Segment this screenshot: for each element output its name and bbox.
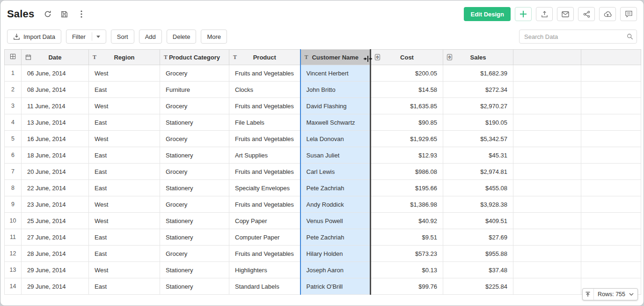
cell[interactable]: Stationery: [160, 278, 229, 295]
cell[interactable]: Furniture: [160, 82, 229, 98]
column-header-sales[interactable]: 0Sales: [443, 50, 513, 65]
cell[interactable]: [581, 262, 641, 278]
row-number[interactable]: 8: [5, 180, 22, 196]
cell[interactable]: Fruits and Vegetables: [229, 98, 300, 114]
scroll-to-top-icon[interactable]: [583, 289, 594, 300]
cell[interactable]: [581, 196, 641, 213]
row-number[interactable]: 7: [5, 164, 22, 180]
cell[interactable]: $2,974.81: [443, 164, 513, 180]
cell[interactable]: [513, 246, 581, 262]
cell[interactable]: [581, 131, 641, 147]
cell[interactable]: $37.48: [443, 262, 513, 278]
column-header-product[interactable]: TProduct: [229, 50, 300, 65]
cell[interactable]: Copy Paper: [229, 213, 300, 229]
cell[interactable]: Andy Roddick: [300, 196, 371, 213]
cell[interactable]: Venus Powell: [300, 213, 371, 229]
cell[interactable]: East: [89, 229, 160, 246]
cell[interactable]: $1,635.85: [371, 98, 443, 114]
row-number[interactable]: 12: [5, 246, 22, 262]
cell[interactable]: $27.69: [443, 229, 513, 246]
column-header-empty-7[interactable]: [513, 50, 581, 65]
cell[interactable]: Grocery: [160, 196, 229, 213]
cell[interactable]: Pete Zachriah: [300, 229, 371, 246]
cell[interactable]: Fruits and Vegetables: [229, 131, 300, 147]
cell[interactable]: Vincent Herbert: [300, 65, 371, 82]
cell[interactable]: [581, 164, 641, 180]
cell[interactable]: Stationery: [160, 229, 229, 246]
cell[interactable]: [581, 229, 641, 246]
column-header-cost[interactable]: 0Cost: [371, 50, 443, 65]
cell[interactable]: 20 June, 2014: [22, 164, 89, 180]
cell[interactable]: Fruits and Vegetables: [229, 246, 300, 262]
cell[interactable]: Carl Lewis: [300, 164, 371, 180]
rows-count-badge[interactable]: Rows: 755: [582, 288, 638, 300]
cell[interactable]: [513, 164, 581, 180]
cell[interactable]: Pete Zachriah: [300, 180, 371, 196]
cell[interactable]: 28 June, 2014: [22, 246, 89, 262]
cell[interactable]: [513, 98, 581, 114]
cell[interactable]: East: [89, 278, 160, 295]
cell[interactable]: Computer Paper: [229, 229, 300, 246]
cell[interactable]: $190.05: [443, 114, 513, 131]
cell[interactable]: Highlighters: [229, 262, 300, 278]
cell[interactable]: $90.85: [371, 114, 443, 131]
cell[interactable]: East: [89, 82, 160, 98]
cell[interactable]: Stationery: [160, 114, 229, 131]
cell[interactable]: 22 June, 2014: [22, 180, 89, 196]
cell[interactable]: West: [89, 213, 160, 229]
cell[interactable]: [581, 98, 641, 114]
column-header-region[interactable]: TRegion: [89, 50, 160, 65]
save-icon[interactable]: [59, 8, 70, 20]
cell[interactable]: East: [89, 114, 160, 131]
cell[interactable]: [513, 278, 581, 295]
row-number[interactable]: 11: [5, 229, 22, 246]
cell[interactable]: [513, 262, 581, 278]
share-button[interactable]: [578, 7, 595, 21]
cell[interactable]: $409.51: [443, 213, 513, 229]
row-number[interactable]: 10: [5, 213, 22, 229]
cell[interactable]: [581, 114, 641, 131]
cell[interactable]: $14.58: [371, 82, 443, 98]
plus-button[interactable]: [515, 7, 532, 21]
cell[interactable]: [581, 246, 641, 262]
cell[interactable]: 18 June, 2014: [22, 147, 89, 164]
cell[interactable]: 06 June, 2014: [22, 65, 89, 82]
cell[interactable]: Specialty Envelopes: [229, 180, 300, 196]
cell[interactable]: $5,342.57: [443, 131, 513, 147]
cell[interactable]: $200.05: [371, 65, 443, 82]
cell[interactable]: [581, 65, 641, 82]
comment-button[interactable]: [620, 7, 637, 21]
cell[interactable]: $12.93: [371, 147, 443, 164]
cell[interactable]: [513, 196, 581, 213]
cell[interactable]: 29 June, 2014: [22, 278, 89, 295]
kebab-menu-icon[interactable]: [76, 8, 87, 20]
cell[interactable]: [513, 213, 581, 229]
cell[interactable]: [581, 180, 641, 196]
cell[interactable]: $1,929.65: [371, 131, 443, 147]
cell[interactable]: $2,970.27: [443, 98, 513, 114]
cell[interactable]: East: [89, 180, 160, 196]
rows-chevron-down-icon[interactable]: [629, 293, 634, 296]
cell[interactable]: 08 June, 2014: [22, 82, 89, 98]
sort-button[interactable]: Sort: [111, 30, 134, 44]
select-all-header[interactable]: [5, 50, 22, 65]
mail-button[interactable]: [557, 7, 574, 21]
cell[interactable]: Art Supplies: [229, 147, 300, 164]
cell[interactable]: 23 June, 2014: [22, 196, 89, 213]
cell[interactable]: Maxwell Schwartz: [300, 114, 371, 131]
cell[interactable]: Joseph Aaron: [300, 262, 371, 278]
cell[interactable]: [581, 147, 641, 164]
cell[interactable]: Grocery: [160, 246, 229, 262]
row-number[interactable]: 3: [5, 98, 22, 114]
column-header-empty-8[interactable]: [581, 50, 641, 65]
column-header-date[interactable]: Date: [22, 50, 89, 65]
cell[interactable]: $45.31: [443, 147, 513, 164]
cell[interactable]: [513, 114, 581, 131]
cell[interactable]: Stationery: [160, 147, 229, 164]
cell[interactable]: $1,682.39: [443, 65, 513, 82]
row-number[interactable]: 13: [5, 262, 22, 278]
cell[interactable]: Hilary Holden: [300, 246, 371, 262]
cell[interactable]: 16 June, 2014: [22, 131, 89, 147]
cell[interactable]: $455.08: [443, 180, 513, 196]
search-icon[interactable]: [627, 33, 633, 42]
